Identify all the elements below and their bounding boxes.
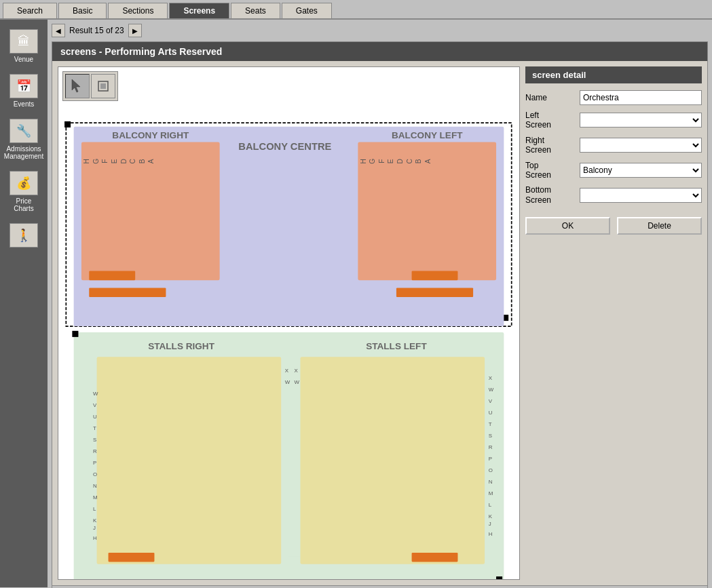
delete-button[interactable]: Delete (617, 217, 702, 235)
svg-text:H: H (83, 159, 90, 163)
venue-map: H G F E D C B A BALCONY CENTRE (58, 101, 519, 580)
prev-button[interactable]: ◀ (52, 24, 65, 37)
name-row: Name (525, 90, 702, 105)
tab-gates[interactable]: Gates (282, 3, 332, 18)
svg-text:C: C (406, 159, 413, 163)
events-icon: 📅 (10, 74, 38, 98)
svg-rect-35 (97, 357, 282, 564)
admissions-icon: 🔧 (10, 119, 38, 143)
svg-text:E: E (387, 159, 394, 163)
svg-text:U: U (489, 410, 493, 416)
svg-text:P: P (93, 460, 96, 466)
left-screen-label: LeftScreen (525, 111, 580, 130)
svg-rect-76 (72, 331, 78, 337)
price-charts-icon: 💰 (10, 171, 38, 195)
next-button[interactable]: ▶ (128, 24, 142, 37)
svg-text:L: L (489, 502, 492, 508)
svg-text:H: H (489, 531, 493, 537)
tab-seats[interactable]: Seats (231, 3, 280, 18)
svg-text:G: G (369, 159, 376, 164)
bottom-bar: Apply Delete Venue Reload Create New New… (52, 585, 707, 588)
svg-text:L: L (93, 506, 96, 512)
svg-text:R: R (93, 448, 97, 454)
svg-text:N: N (489, 479, 493, 485)
main-panel: screens - Performing Arts Reserved (52, 41, 708, 588)
svg-text:D: D (120, 159, 128, 163)
panel-title: screens - Performing Arts Reserved (52, 42, 707, 61)
svg-text:STALLS RIGHT: STALLS RIGHT (148, 341, 215, 351)
svg-text:W: W (285, 379, 291, 385)
left-screen-select[interactable] (580, 113, 702, 128)
top-screen-label: TopScreen (525, 161, 580, 180)
svg-text:W: W (489, 387, 494, 393)
svg-rect-52 (289, 357, 301, 556)
sidebar: 🏛 Venue 📅 Events 🔧 Admissions Management… (0, 20, 48, 587)
svg-text:P: P (489, 456, 492, 462)
content-area: ◀ Result 15 of 23 ▶ screens - Performing… (48, 20, 712, 587)
sidebar-label-venue: Venue (14, 56, 33, 63)
ok-button[interactable]: OK (525, 217, 610, 235)
svg-text:H: H (360, 159, 367, 163)
svg-text:D: D (396, 159, 404, 163)
tab-basic[interactable]: Basic (58, 3, 107, 18)
sidebar-label-events: Events (14, 100, 35, 108)
move-tool-button[interactable] (91, 74, 115, 98)
svg-text:T: T (489, 421, 492, 427)
tab-search[interactable]: Search (3, 3, 57, 18)
svg-text:K: K (489, 513, 493, 520)
sidebar-item-price-charts[interactable]: 💰 Price Charts (3, 167, 44, 216)
screen-detail-panel: screen detail Name LeftScreen RightScree… (525, 66, 702, 580)
sidebar-item-events[interactable]: 📅 Events (3, 70, 44, 112)
svg-text:W: W (93, 391, 98, 397)
tab-sections[interactable]: Sections (108, 3, 168, 18)
svg-rect-77 (496, 576, 502, 580)
svg-text:BALCONY CENTRE: BALCONY CENTRE (238, 141, 331, 152)
svg-text:X: X (489, 375, 493, 381)
name-input[interactable] (580, 90, 702, 105)
tab-screens[interactable]: Screens (169, 3, 229, 18)
svg-text:B: B (415, 159, 422, 163)
right-screen-select[interactable] (580, 138, 702, 153)
bottom-screen-select[interactable] (580, 188, 702, 203)
result-nav: ◀ Result 15 of 23 ▶ (52, 24, 708, 37)
svg-rect-2 (100, 83, 106, 89)
panel-body: H G F E D C B A BALCONY CENTRE (52, 61, 707, 585)
svg-text:X: X (285, 368, 289, 374)
top-screen-select[interactable]: Balcony (580, 163, 702, 178)
svg-rect-16 (89, 271, 135, 281)
svg-rect-57 (300, 357, 485, 564)
svg-text:O: O (489, 467, 493, 473)
svg-rect-4 (64, 121, 71, 128)
svg-text:STALLS LEFT: STALLS LEFT (366, 341, 427, 351)
top-nav: Search Basic Sections Screens Seats Gate… (0, 0, 712, 20)
svg-text:M: M (93, 494, 98, 501)
detail-buttons: OK Delete (525, 217, 702, 235)
sidebar-item-extra[interactable]: 🚶 (3, 219, 44, 254)
sidebar-item-venue[interactable]: 🏛 Venue (3, 25, 44, 67)
svg-text:A: A (147, 159, 155, 163)
right-screen-label: RightScreen (525, 136, 580, 155)
svg-text:T: T (93, 425, 96, 431)
svg-rect-29 (396, 288, 473, 297)
svg-text:R: R (489, 444, 493, 450)
svg-text:X: X (294, 368, 298, 374)
main-layout: 🏛 Venue 📅 Events 🔧 Admissions Management… (0, 20, 712, 587)
svg-text:BALCONY RIGHT: BALCONY RIGHT (112, 130, 189, 140)
svg-text:F: F (378, 159, 386, 163)
top-screen-row: TopScreen Balcony (525, 161, 702, 180)
venue-area: H G F E D C B A BALCONY CENTRE (58, 66, 520, 580)
select-tool-button[interactable] (65, 74, 90, 98)
bottom-screen-label: BottomScreen (525, 185, 580, 205)
svg-text:H: H (93, 535, 97, 541)
sidebar-item-admissions[interactable]: 🔧 Admissions Management (3, 115, 44, 164)
svg-rect-51 (109, 553, 155, 562)
svg-text:G: G (92, 159, 100, 164)
svg-text:C: C (129, 159, 136, 163)
svg-rect-73 (412, 553, 458, 562)
svg-text:U: U (93, 414, 97, 420)
svg-text:V: V (489, 398, 493, 404)
sidebar-label-admissions: Admissions Management (4, 145, 43, 160)
extra-icon: 🚶 (10, 223, 38, 248)
left-screen-row: LeftScreen (525, 111, 702, 130)
svg-text:V: V (93, 402, 97, 408)
